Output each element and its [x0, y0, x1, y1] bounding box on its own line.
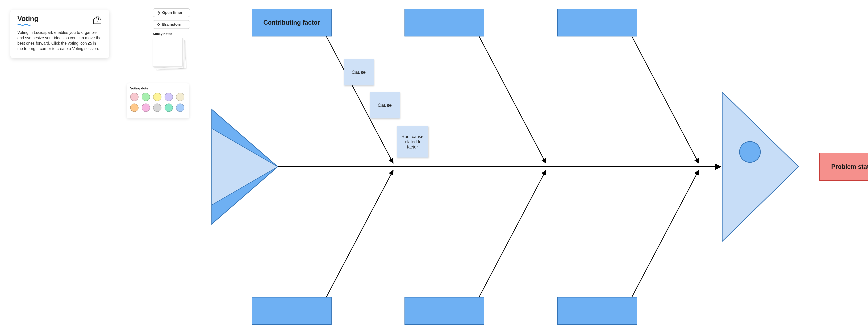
brainstorm-button[interactable]: Brainstorm: [153, 20, 190, 29]
problem-statement-box[interactable]: Problem statement: [819, 153, 868, 181]
voting-dot[interactable]: [164, 103, 173, 112]
cause-note[interactable]: Cause: [344, 59, 374, 85]
fish-head-icon: [722, 92, 799, 241]
voting-info-card: Voting Voting in Lucidspark enables you …: [10, 9, 110, 58]
problem-statement-label: Problem statement: [831, 163, 868, 170]
sticky-notes-label: Sticky notes: [153, 32, 190, 36]
bone-line: [632, 36, 699, 163]
voting-dots-title: Voting dots: [130, 87, 186, 90]
info-card-header: Voting: [18, 15, 102, 27]
cause-note[interactable]: Cause: [370, 92, 400, 118]
contributing-factor-box[interactable]: [404, 297, 484, 325]
cause-label: Root cause related to factor: [398, 134, 427, 150]
voting-dot[interactable]: [142, 93, 150, 101]
tool-panel: Open timer Brainstorm Sticky notes: [153, 8, 190, 69]
info-card-body: Voting in Lucidspark enables you to orga…: [18, 30, 102, 52]
factor-label: Contributing factor: [264, 19, 320, 26]
voting-dot[interactable]: [164, 93, 173, 101]
bone-line: [479, 36, 546, 163]
contributing-factor-box[interactable]: [252, 297, 332, 325]
voting-dot[interactable]: [130, 103, 138, 112]
cause-label: Cause: [352, 69, 366, 75]
sparkle-icon: [156, 22, 160, 27]
voting-dot[interactable]: [153, 93, 161, 101]
voting-dot[interactable]: [142, 103, 150, 112]
brainstorm-label: Brainstorm: [162, 22, 182, 27]
bone-line: [479, 170, 546, 297]
contributing-factor-box[interactable]: [557, 297, 637, 325]
inline-voting-icon: [88, 41, 92, 45]
fish-tail-icon: [212, 110, 278, 224]
sticky-notes-section: Sticky notes: [153, 32, 190, 69]
fishbone-diagram[interactable]: Contributing factor Problem statement Ca…: [208, 5, 868, 331]
bone-line: [632, 170, 699, 297]
sticky-note-stack[interactable]: [153, 38, 186, 69]
voting-dot[interactable]: [176, 93, 184, 101]
fish-eye-icon: [740, 142, 761, 162]
contributing-factor-box[interactable]: [404, 9, 484, 36]
voting-box-icon: [92, 15, 102, 25]
sticky-note-icon: [153, 38, 183, 66]
voting-dots-card: Voting dots: [127, 83, 189, 118]
info-card-title: Voting: [18, 15, 38, 23]
voting-dot[interactable]: [153, 103, 161, 112]
bone-line: [327, 170, 393, 297]
root-cause-note[interactable]: Root cause related to factor: [397, 126, 428, 157]
open-timer-button[interactable]: Open timer: [153, 8, 190, 17]
open-timer-label: Open timer: [162, 10, 182, 15]
info-card-title-wrap: Voting: [18, 15, 38, 27]
voting-dots-row-2: [130, 103, 186, 112]
fishbone-svg: [208, 5, 868, 331]
contributing-factor-box[interactable]: Contributing factor: [252, 9, 332, 36]
underline-squiggle-icon: [18, 24, 31, 26]
cause-label: Cause: [378, 102, 392, 108]
stopwatch-icon: [156, 10, 160, 15]
voting-dots-row-1: [130, 93, 186, 101]
voting-dot[interactable]: [130, 93, 138, 101]
contributing-factor-box[interactable]: [557, 9, 637, 36]
voting-dot[interactable]: [176, 103, 184, 112]
svg-marker-4: [722, 92, 799, 241]
svg-rect-0: [89, 43, 91, 44]
